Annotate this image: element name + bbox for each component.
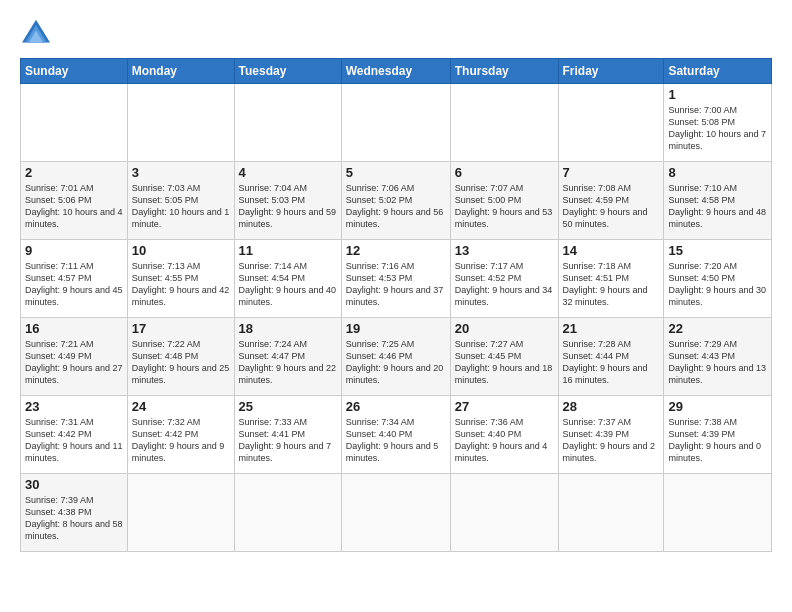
calendar-cell: 10Sunrise: 7:13 AM Sunset: 4:55 PM Dayli…: [127, 240, 234, 318]
day-number: 19: [346, 321, 446, 336]
day-number: 18: [239, 321, 337, 336]
day-info: Sunrise: 7:24 AM Sunset: 4:47 PM Dayligh…: [239, 338, 337, 387]
calendar-cell: 14Sunrise: 7:18 AM Sunset: 4:51 PM Dayli…: [558, 240, 664, 318]
calendar-cell: 23Sunrise: 7:31 AM Sunset: 4:42 PM Dayli…: [21, 396, 128, 474]
calendar: SundayMondayTuesdayWednesdayThursdayFrid…: [20, 58, 772, 552]
day-info: Sunrise: 7:36 AM Sunset: 4:40 PM Dayligh…: [455, 416, 554, 465]
calendar-cell: [234, 474, 341, 552]
day-number: 28: [563, 399, 660, 414]
day-number: 12: [346, 243, 446, 258]
day-number: 14: [563, 243, 660, 258]
weekday-header-monday: Monday: [127, 59, 234, 84]
calendar-cell: 9Sunrise: 7:11 AM Sunset: 4:57 PM Daylig…: [21, 240, 128, 318]
calendar-cell: 16Sunrise: 7:21 AM Sunset: 4:49 PM Dayli…: [21, 318, 128, 396]
day-info: Sunrise: 7:08 AM Sunset: 4:59 PM Dayligh…: [563, 182, 660, 231]
weekday-header-thursday: Thursday: [450, 59, 558, 84]
day-number: 25: [239, 399, 337, 414]
day-info: Sunrise: 7:20 AM Sunset: 4:50 PM Dayligh…: [668, 260, 767, 309]
day-number: 20: [455, 321, 554, 336]
day-number: 27: [455, 399, 554, 414]
calendar-cell: [234, 84, 341, 162]
calendar-week-5: 30Sunrise: 7:39 AM Sunset: 4:38 PM Dayli…: [21, 474, 772, 552]
calendar-cell: 22Sunrise: 7:29 AM Sunset: 4:43 PM Dayli…: [664, 318, 772, 396]
day-number: 10: [132, 243, 230, 258]
day-number: 29: [668, 399, 767, 414]
weekday-header-saturday: Saturday: [664, 59, 772, 84]
day-info: Sunrise: 7:01 AM Sunset: 5:06 PM Dayligh…: [25, 182, 123, 231]
day-number: 22: [668, 321, 767, 336]
logo-icon: [20, 18, 52, 46]
weekday-header-friday: Friday: [558, 59, 664, 84]
day-number: 1: [668, 87, 767, 102]
day-number: 2: [25, 165, 123, 180]
calendar-cell: 28Sunrise: 7:37 AM Sunset: 4:39 PM Dayli…: [558, 396, 664, 474]
day-number: 15: [668, 243, 767, 258]
day-number: 7: [563, 165, 660, 180]
day-number: 5: [346, 165, 446, 180]
calendar-week-3: 16Sunrise: 7:21 AM Sunset: 4:49 PM Dayli…: [21, 318, 772, 396]
calendar-cell: [127, 84, 234, 162]
day-info: Sunrise: 7:21 AM Sunset: 4:49 PM Dayligh…: [25, 338, 123, 387]
page: SundayMondayTuesdayWednesdayThursdayFrid…: [0, 0, 792, 562]
calendar-cell: [341, 474, 450, 552]
day-number: 13: [455, 243, 554, 258]
day-number: 16: [25, 321, 123, 336]
day-info: Sunrise: 7:17 AM Sunset: 4:52 PM Dayligh…: [455, 260, 554, 309]
calendar-cell: 29Sunrise: 7:38 AM Sunset: 4:39 PM Dayli…: [664, 396, 772, 474]
calendar-cell: 11Sunrise: 7:14 AM Sunset: 4:54 PM Dayli…: [234, 240, 341, 318]
weekday-header-tuesday: Tuesday: [234, 59, 341, 84]
calendar-cell: 12Sunrise: 7:16 AM Sunset: 4:53 PM Dayli…: [341, 240, 450, 318]
day-info: Sunrise: 7:32 AM Sunset: 4:42 PM Dayligh…: [132, 416, 230, 465]
calendar-cell: 17Sunrise: 7:22 AM Sunset: 4:48 PM Dayli…: [127, 318, 234, 396]
day-number: 11: [239, 243, 337, 258]
calendar-cell: [21, 84, 128, 162]
day-number: 3: [132, 165, 230, 180]
calendar-cell: [127, 474, 234, 552]
day-info: Sunrise: 7:14 AM Sunset: 4:54 PM Dayligh…: [239, 260, 337, 309]
calendar-cell: 8Sunrise: 7:10 AM Sunset: 4:58 PM Daylig…: [664, 162, 772, 240]
day-number: 23: [25, 399, 123, 414]
day-number: 17: [132, 321, 230, 336]
day-number: 24: [132, 399, 230, 414]
day-number: 6: [455, 165, 554, 180]
day-info: Sunrise: 7:28 AM Sunset: 4:44 PM Dayligh…: [563, 338, 660, 387]
calendar-week-4: 23Sunrise: 7:31 AM Sunset: 4:42 PM Dayli…: [21, 396, 772, 474]
day-number: 26: [346, 399, 446, 414]
calendar-cell: 1Sunrise: 7:00 AM Sunset: 5:08 PM Daylig…: [664, 84, 772, 162]
calendar-week-2: 9Sunrise: 7:11 AM Sunset: 4:57 PM Daylig…: [21, 240, 772, 318]
weekday-header-sunday: Sunday: [21, 59, 128, 84]
day-number: 9: [25, 243, 123, 258]
day-info: Sunrise: 7:27 AM Sunset: 4:45 PM Dayligh…: [455, 338, 554, 387]
day-info: Sunrise: 7:25 AM Sunset: 4:46 PM Dayligh…: [346, 338, 446, 387]
calendar-cell: [450, 474, 558, 552]
calendar-cell: 18Sunrise: 7:24 AM Sunset: 4:47 PM Dayli…: [234, 318, 341, 396]
day-info: Sunrise: 7:03 AM Sunset: 5:05 PM Dayligh…: [132, 182, 230, 231]
calendar-cell: 21Sunrise: 7:28 AM Sunset: 4:44 PM Dayli…: [558, 318, 664, 396]
calendar-cell: [558, 84, 664, 162]
day-number: 30: [25, 477, 123, 492]
calendar-week-0: 1Sunrise: 7:00 AM Sunset: 5:08 PM Daylig…: [21, 84, 772, 162]
day-info: Sunrise: 7:06 AM Sunset: 5:02 PM Dayligh…: [346, 182, 446, 231]
logo: [20, 18, 56, 46]
calendar-cell: 19Sunrise: 7:25 AM Sunset: 4:46 PM Dayli…: [341, 318, 450, 396]
calendar-cell: [341, 84, 450, 162]
calendar-cell: 5Sunrise: 7:06 AM Sunset: 5:02 PM Daylig…: [341, 162, 450, 240]
weekday-header-row: SundayMondayTuesdayWednesdayThursdayFrid…: [21, 59, 772, 84]
day-info: Sunrise: 7:11 AM Sunset: 4:57 PM Dayligh…: [25, 260, 123, 309]
calendar-cell: 3Sunrise: 7:03 AM Sunset: 5:05 PM Daylig…: [127, 162, 234, 240]
day-info: Sunrise: 7:29 AM Sunset: 4:43 PM Dayligh…: [668, 338, 767, 387]
calendar-cell: 2Sunrise: 7:01 AM Sunset: 5:06 PM Daylig…: [21, 162, 128, 240]
calendar-cell: [558, 474, 664, 552]
day-info: Sunrise: 7:00 AM Sunset: 5:08 PM Dayligh…: [668, 104, 767, 153]
day-info: Sunrise: 7:31 AM Sunset: 4:42 PM Dayligh…: [25, 416, 123, 465]
day-number: 4: [239, 165, 337, 180]
day-info: Sunrise: 7:33 AM Sunset: 4:41 PM Dayligh…: [239, 416, 337, 465]
calendar-cell: 6Sunrise: 7:07 AM Sunset: 5:00 PM Daylig…: [450, 162, 558, 240]
weekday-header-wednesday: Wednesday: [341, 59, 450, 84]
calendar-cell: 20Sunrise: 7:27 AM Sunset: 4:45 PM Dayli…: [450, 318, 558, 396]
day-number: 8: [668, 165, 767, 180]
day-info: Sunrise: 7:37 AM Sunset: 4:39 PM Dayligh…: [563, 416, 660, 465]
calendar-cell: [664, 474, 772, 552]
day-info: Sunrise: 7:04 AM Sunset: 5:03 PM Dayligh…: [239, 182, 337, 231]
calendar-cell: 27Sunrise: 7:36 AM Sunset: 4:40 PM Dayli…: [450, 396, 558, 474]
